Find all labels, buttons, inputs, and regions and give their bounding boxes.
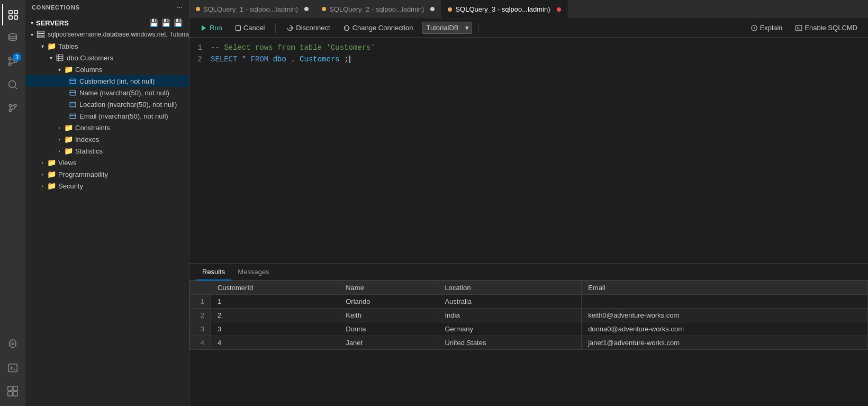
row-4-num: 4 <box>190 336 211 350</box>
enable-sqlcmd-button[interactable]: Enable SQLCMD <box>791 22 862 33</box>
indexes-folder-icon: 📁 <box>64 135 73 143</box>
constraints-arrow: › <box>55 125 64 131</box>
views-node[interactable]: › 📁 Views <box>25 157 189 168</box>
server-node[interactable]: ▾ sqlpoolservername.database.windows.net… <box>25 29 189 40</box>
change-connection-button[interactable]: Change Connection <box>339 22 418 33</box>
server-label: sqlpoolservername.database.windows.net, … <box>48 31 189 38</box>
views-folder-icon: 📁 <box>47 158 56 167</box>
columns-node[interactable]: ▾ 📁 Columns <box>25 64 189 75</box>
more-icon[interactable]: ··· <box>176 4 183 11</box>
servers-arrow: ▾ <box>28 20 36 26</box>
column-name[interactable]: Name (nvarchar(50), not null) <box>25 87 189 98</box>
servers-section[interactable]: ▾ SERVERS 💾 💾 💾 <box>25 17 189 29</box>
statistics-arrow: › <box>55 148 64 154</box>
activity-bar-extensions[interactable] <box>2 381 23 402</box>
activity-bar-debug[interactable] <box>2 334 23 355</box>
col-header-name: Name <box>339 281 438 295</box>
explain-button[interactable]: Explain <box>746 22 787 33</box>
disconnect-label: Disconnect <box>296 24 330 32</box>
indexes-arrow: › <box>55 137 64 142</box>
statistics-folder-icon: 📁 <box>64 147 73 155</box>
toolbar-sep-2 <box>478 23 479 33</box>
cancel-button[interactable]: Cancel <box>231 22 269 33</box>
statistics-label: Statistics <box>75 147 103 155</box>
column-icon-4 <box>68 113 77 120</box>
code-plain-4: ; <box>344 55 348 64</box>
column-icon-2 <box>68 89 77 96</box>
row-2-customerid: 2 <box>211 309 339 322</box>
editor[interactable]: 1 -- Select rows from table 'Customers' … <box>189 38 868 263</box>
save-icon-2[interactable]: 💾 <box>161 19 170 27</box>
table-row: 4 4 Janet United States janet1@adventure… <box>190 336 868 350</box>
row-4-name: Janet <box>339 336 438 350</box>
customers-label: dbo.Customers <box>67 54 113 62</box>
activity-bar-search[interactable] <box>2 74 23 95</box>
results-table: CustomerId Name Location Email 1 1 Orlan… <box>189 281 868 350</box>
customers-node[interactable]: ▾ dbo.Customers <box>25 52 189 64</box>
code-plain-1: * <box>242 55 251 64</box>
results-tab-results[interactable]: Results <box>196 264 231 281</box>
security-folder-icon: 📁 <box>47 182 56 190</box>
constraints-label: Constraints <box>75 124 110 132</box>
tables-node[interactable]: ▾ 📁 Tables <box>25 40 189 52</box>
column-customerid-label: CustomerId (int, not null) <box>79 77 155 85</box>
column-customerid[interactable]: CustomerId (int, not null) <box>25 75 189 87</box>
activity-bar-source-control[interactable]: 3 <box>2 51 23 72</box>
column-location-label: Location (nvarchar(50), not null) <box>79 101 177 109</box>
disconnect-button[interactable]: Disconnect <box>282 22 334 33</box>
svg-rect-3 <box>14 16 17 19</box>
source-control-badge: 3 <box>13 53 21 61</box>
row-2-location: India <box>438 309 582 322</box>
views-arrow: › <box>38 160 47 166</box>
programmability-node[interactable]: › 📁 Programmability <box>25 168 189 180</box>
save-icon-3[interactable]: 💾 <box>174 19 183 27</box>
svg-rect-18 <box>37 34 44 35</box>
indexes-node[interactable]: › 📁 Indexes <box>25 133 189 145</box>
tab3-dot-status <box>557 7 561 12</box>
table-header-row: CustomerId Name Location Email <box>190 281 868 295</box>
column-email[interactable]: Email (nvarchar(50), not null) <box>25 110 189 122</box>
tables-arrow: ▾ <box>38 43 47 49</box>
editor-line-2: 2 SELECT * FROM dbo . Customers ; <box>189 53 868 65</box>
programmability-arrow: › <box>38 172 47 177</box>
svg-rect-2 <box>9 16 12 19</box>
activity-bar-git[interactable] <box>2 97 23 119</box>
table-row: 1 1 Orlando Australia <box>190 295 868 309</box>
constraints-node[interactable]: › 📁 Constraints <box>25 122 189 133</box>
column-location[interactable]: Location (nvarchar(50), not null) <box>25 98 189 110</box>
activity-bar-explorer[interactable] <box>2 4 23 25</box>
tables-label: Tables <box>58 42 78 50</box>
programmability-label: Programmability <box>58 170 108 178</box>
svg-point-5 <box>8 57 11 60</box>
cancel-label: Cancel <box>243 24 265 32</box>
activity-bar-terminal[interactable] <box>2 357 23 378</box>
svg-point-4 <box>9 34 17 37</box>
save-icon-1[interactable]: 💾 <box>149 19 158 27</box>
tab-sqlquery2[interactable]: SQLQuery_2 - sqlpoo...ladmin) <box>315 0 441 18</box>
row-3-num: 3 <box>190 322 211 336</box>
explain-label: Explain <box>760 24 783 32</box>
activity-bar: 3 <box>0 0 25 406</box>
columns-arrow: ▾ <box>55 67 64 73</box>
toolbar-sep-1 <box>275 23 276 33</box>
statistics-node[interactable]: › 📁 Statistics <box>25 145 189 157</box>
security-node[interactable]: › 📁 Security <box>25 180 189 192</box>
run-button[interactable]: Run <box>196 22 227 33</box>
tab-sqlquery3[interactable]: SQLQuery_3 - sqlpoo...ladmin) <box>441 0 567 18</box>
svg-rect-24 <box>70 114 76 119</box>
svg-point-6 <box>8 63 11 66</box>
servers-label: SERVERS <box>36 19 69 27</box>
tab-sqlquery1[interactable]: SQLQuery_1 - sqlpoo...ladmin) <box>189 0 315 18</box>
row-2-name: Keith <box>339 309 438 322</box>
table-row: 3 3 Donna Germany donna0@adventure-works… <box>190 322 868 336</box>
row-3-name: Donna <box>339 322 438 336</box>
toolbar: Run Cancel Disconnect Change Connection … <box>189 19 868 38</box>
tab2-dot-status <box>430 7 435 11</box>
results-tabs: Results Messages <box>189 264 868 281</box>
results-tab-messages[interactable]: Messages <box>231 264 275 281</box>
database-selector[interactable]: TutorialDB <box>422 22 472 34</box>
line-num-1: 1 <box>189 43 211 52</box>
activity-bar-database[interactable] <box>2 28 23 49</box>
line-content-2: SELECT * FROM dbo . Customers ; <box>211 55 350 64</box>
columns-label: Columns <box>75 66 102 74</box>
